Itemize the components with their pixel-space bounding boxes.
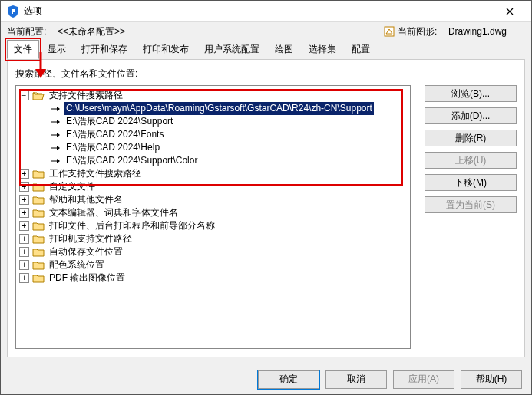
add-button[interactable]: 添加(D)... [425, 107, 517, 124]
tab-2[interactable]: 打开和保存 [74, 40, 134, 59]
ok-button[interactable]: 确定 [258, 370, 319, 389]
titlebar: 选项 [1, 1, 531, 22]
tab-content: 搜索路径、文件名和文件位置: −支持文件搜索路径C:\Users\mayn\Ap… [7, 59, 525, 357]
svg-rect-0 [385, 27, 394, 36]
expand-icon[interactable]: + [19, 195, 29, 205]
path-icon [49, 156, 61, 166]
twisty-blank [36, 143, 46, 153]
collapse-icon[interactable]: − [19, 91, 29, 100]
tree-path-item[interactable]: E:\浩辰CAD 2024\Help [19, 141, 407, 154]
tree-folder[interactable]: +PDF 输出图像位置 [19, 272, 407, 285]
tab-7[interactable]: 配置 [345, 40, 377, 59]
current-config-value: <<未命名配置>> [58, 25, 125, 38]
tree-item-label: 文本编辑器、词典和字体文件名 [48, 206, 180, 219]
close-button[interactable] [494, 1, 525, 22]
twisty-blank [36, 104, 46, 114]
tree-path-item[interactable]: E:\浩辰CAD 2024\Support\Color [19, 154, 407, 167]
expand-icon[interactable]: + [19, 182, 29, 192]
folder-icon [32, 247, 45, 258]
expand-icon[interactable]: + [19, 221, 29, 231]
tree-folder[interactable]: +工作支持文件搜索路径 [19, 167, 407, 180]
expand-icon[interactable]: + [19, 247, 29, 257]
folder-icon [32, 273, 45, 284]
tree-item-label: 自动保存文件位置 [48, 245, 124, 258]
tab-0[interactable]: 文件 [7, 40, 39, 59]
set-current-button[interactable]: 置为当前(S) [425, 196, 517, 213]
dialog-footer: 确定 取消 应用(A) 帮助(H) [1, 364, 531, 394]
tree-folder[interactable]: +帮助和其他文件名 [19, 193, 407, 206]
tree-folder[interactable]: +打印文件、后台打印程序和前导部分名称 [19, 219, 407, 232]
cancel-button[interactable]: 取消 [325, 370, 387, 389]
expand-icon[interactable]: + [19, 273, 29, 283]
folder-icon [32, 208, 45, 219]
apply-button[interactable]: 应用(A) [393, 370, 454, 389]
expand-icon[interactable]: + [19, 169, 29, 179]
folder-icon [32, 260, 45, 271]
move-down-button[interactable]: 下移(M) [425, 174, 517, 191]
tree-item-label: 打印机支持文件路径 [48, 232, 134, 245]
tree-path-item[interactable]: E:\浩辰CAD 2024\Support [19, 115, 407, 128]
remove-button[interactable]: 删除(R) [425, 130, 517, 146]
help-button[interactable]: 帮助(H) [461, 370, 522, 389]
expand-icon[interactable]: + [19, 260, 29, 270]
expand-icon[interactable]: + [19, 208, 29, 218]
tree-item-label: 支持文件搜索路径 [48, 89, 124, 102]
folder-icon [32, 182, 45, 193]
current-config-label: 当前配置: [7, 25, 58, 38]
browse-button[interactable]: 浏览(B)... [425, 85, 517, 102]
tree-item-label: PDF 输出图像位置 [48, 272, 127, 285]
tree-path-item[interactable]: E:\浩辰CAD 2024\Fonts [19, 128, 407, 141]
twisty-blank [36, 130, 46, 140]
tab-4[interactable]: 用户系统配置 [197, 40, 266, 59]
config-row: 当前配置: <<未命名配置>> 当前图形: Drawing1.dwg [1, 22, 531, 41]
tab-bar: 文件显示打开和保存打印和发布用户系统配置绘图选择集配置 [1, 41, 531, 59]
tree-item-label: E:\浩辰CAD 2024\Fonts [64, 128, 165, 141]
tab-5[interactable]: 绘图 [268, 40, 300, 59]
tree-item-label: 自定义文件 [48, 180, 97, 193]
tree-view[interactable]: −支持文件搜索路径C:\Users\mayn\AppData\Roaming\G… [15, 85, 411, 349]
drawing-icon [384, 26, 395, 37]
tab-1[interactable]: 显示 [41, 40, 73, 59]
tree-item-label: 帮助和其他文件名 [48, 193, 124, 206]
folder-icon [32, 169, 45, 179]
tree-folder[interactable]: +配色系统位置 [19, 258, 407, 272]
tree-item-label: C:\Users\mayn\AppData\Roaming\Gstarsoft\… [64, 102, 374, 115]
window-title: 选项 [24, 5, 42, 18]
tree-folder[interactable]: +文本编辑器、词典和字体文件名 [19, 206, 407, 219]
current-drawing-value: Drawing1.dwg [448, 26, 507, 37]
current-drawing-label: 当前图形: [398, 25, 448, 38]
options-dialog: 选项 当前配置: <<未命名配置>> 当前图形: Drawing1.dwg 文件… [0, 0, 532, 395]
expand-icon[interactable]: + [19, 234, 29, 244]
path-icon [49, 117, 61, 127]
tree-folder[interactable]: +打印机支持文件路径 [19, 232, 407, 245]
tree-item-label: E:\浩辰CAD 2024\Support [64, 115, 174, 128]
tree-folder[interactable]: +自动保存文件位置 [19, 245, 407, 258]
tree-folder[interactable]: +自定义文件 [19, 180, 407, 193]
tab-6[interactable]: 选择集 [302, 40, 343, 59]
side-buttons: 浏览(B)... 添加(D)... 删除(R) 上移(U) 下移(M) 置为当前… [425, 85, 517, 349]
tree-item-label: 工作支持文件搜索路径 [48, 167, 143, 180]
tab-3[interactable]: 打印和发布 [136, 40, 196, 59]
path-icon [49, 104, 61, 114]
twisty-blank [36, 117, 46, 127]
path-icon [49, 130, 61, 140]
move-up-button[interactable]: 上移(U) [425, 152, 517, 169]
tree-item-label: 打印文件、后台打印程序和前导部分名称 [48, 219, 216, 232]
folder-icon [32, 234, 45, 245]
tree-path-item[interactable]: C:\Users\mayn\AppData\Roaming\Gstarsoft\… [19, 102, 407, 115]
tree-folder[interactable]: −支持文件搜索路径 [19, 89, 407, 102]
twisty-blank [36, 156, 46, 166]
tree-item-label: E:\浩辰CAD 2024\Support\Color [64, 154, 199, 167]
folder-icon [32, 221, 45, 232]
app-logo-icon [7, 5, 19, 18]
tree-item-label: 配色系统位置 [48, 258, 106, 272]
path-icon [49, 143, 61, 153]
folder-icon [32, 195, 45, 206]
section-label: 搜索路径、文件名和文件位置: [15, 67, 517, 81]
folder-open-icon [32, 91, 45, 101]
tree-item-label: E:\浩辰CAD 2024\Help [64, 141, 161, 154]
